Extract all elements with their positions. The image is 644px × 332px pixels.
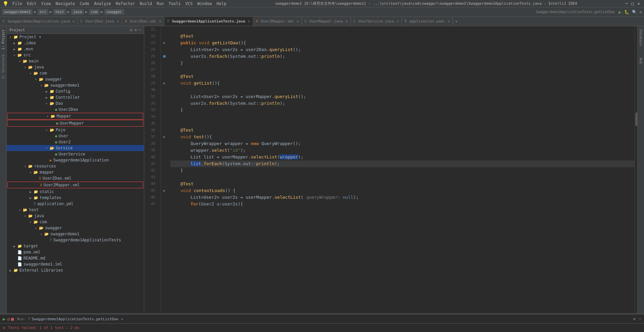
code-editor[interactable]: 21 22 23 24 25 26 27 28 29 30 31 32 33 3…: [144, 26, 637, 313]
tree-resources[interactable]: ▾ 📂 resources: [7, 163, 144, 169]
tree-config[interactable]: ▶ 📁 Config: [7, 88, 144, 94]
tree-user2[interactable]: ● User2: [7, 139, 144, 145]
run-gutter-37[interactable]: ▶: [161, 134, 168, 140]
tab-close-icon[interactable]: ✕: [345, 19, 348, 23]
run-play-button[interactable]: ▶: [3, 316, 5, 322]
debug-button[interactable]: 🐛: [624, 10, 629, 14]
tree-com[interactable]: ▾ 📂 com: [7, 70, 144, 76]
tree-readme[interactable]: 📄 README.md: [7, 255, 144, 261]
tab-close-icon[interactable]: ✕: [297, 19, 299, 23]
code-lines[interactable]: @Test public void getListDao(){ List<Use…: [168, 26, 635, 313]
tree-iml[interactable]: 📄 swaggerdemo1.iml: [7, 261, 144, 267]
tree-user2mapper-xml[interactable]: X User2Mapper.xml: [7, 182, 143, 188]
tree-application-yml[interactable]: Y application.yml: [7, 201, 144, 207]
menu-analyze[interactable]: Analyze: [92, 1, 113, 7]
tab-close-icon[interactable]: ✕: [248, 19, 250, 23]
menu-run[interactable]: Run: [155, 1, 166, 7]
tab-application-yaml[interactable]: Y application.yaml ✕: [402, 17, 453, 26]
sidebar-web-label[interactable]: Web: [638, 56, 643, 66]
run-stop-button[interactable]: ■: [11, 316, 14, 322]
menu-file[interactable]: File: [10, 1, 24, 7]
tree-external-libs[interactable]: ▶ 📁 External Libraries: [7, 267, 144, 273]
tree-pom[interactable]: 📄 pom.xml: [7, 249, 144, 255]
maximize-button[interactable]: □: [630, 1, 635, 6]
code-scrollbar[interactable]: [635, 26, 637, 313]
tab-userservice[interactable]: C UserService.java ✕: [351, 17, 402, 26]
project-name[interactable]: swaggerdemo1: [2, 9, 33, 15]
more-tabs-button[interactable]: ▾: [453, 19, 460, 24]
tree-controller[interactable]: ▶ 📁 Controller: [7, 94, 144, 100]
nav-java[interactable]: java: [71, 9, 84, 15]
run-settings-button[interactable]: ⚙: [633, 317, 636, 321]
tree-minimize-icon[interactable]: ─: [139, 28, 141, 32]
tab-close-icon[interactable]: ✕: [448, 19, 450, 23]
run-gutter-29[interactable]: ▶: [161, 80, 168, 87]
menu-edit[interactable]: Edit: [25, 1, 39, 7]
tree-src[interactable]: ▾ 📂 src: [7, 52, 144, 58]
tree-main[interactable]: ▾ 📂 main: [7, 58, 144, 64]
tree-templates[interactable]: ▶ 📁 templates: [7, 195, 144, 201]
close-button[interactable]: ✕: [636, 1, 641, 6]
nav-src[interactable]: src: [38, 9, 48, 15]
settings-icon[interactable]: ⚙: [640, 10, 642, 14]
menu-vcs[interactable]: VCS: [183, 1, 195, 7]
tab-close-icon[interactable]: ✕: [72, 19, 75, 23]
run-collapse-button[interactable]: ─: [639, 317, 641, 321]
tree-target[interactable]: ▶ 📁 target: [7, 243, 144, 249]
search-everywhere-icon[interactable]: 🔍: [632, 10, 637, 14]
tree-settings-icon[interactable]: ⚙: [130, 28, 132, 32]
menu-view[interactable]: View: [39, 1, 53, 7]
tree-test-class[interactable]: T Swaggerdemo1ApplicationTests: [7, 237, 144, 243]
tree-test-swaggerdemo1[interactable]: ▾ 📂 swaggerdemo1: [7, 231, 144, 237]
tree-userservice[interactable]: ● UserService: [7, 151, 144, 157]
tab-close-icon[interactable]: ✕: [159, 19, 161, 23]
tree-dao[interactable]: ▾ 📂 Dao: [7, 100, 144, 106]
sidebar-database-label[interactable]: Database: [638, 28, 643, 48]
run-button[interactable]: ▶: [619, 9, 621, 15]
tree-mvn[interactable]: ▶ 📁 .mvn: [7, 46, 144, 52]
tree-expand-icon[interactable]: ≡: [135, 28, 137, 32]
menu-tools[interactable]: Tools: [167, 1, 183, 7]
tree-test-swagger[interactable]: ▾ 📂 swagger: [7, 225, 144, 231]
tree-swaggerdemo1[interactable]: ▾ 📂 swaggerdemo1: [7, 82, 144, 88]
menu-navigate[interactable]: Navigate: [54, 1, 77, 7]
tree-test-com[interactable]: ▾ 📂 com: [7, 219, 144, 225]
tree-service[interactable]: ▾ 📂 Service: [7, 145, 144, 151]
tree-idea[interactable]: ▶ 📁 .idea: [7, 40, 144, 46]
tab-usermapper[interactable]: C UserMapper.java ✕: [302, 17, 351, 26]
run-gutter-45[interactable]: ▶: [161, 187, 168, 194]
tab-swaggerdemo1applicationtests[interactable]: T Swaggerdemo1ApplicationTests.java ✕: [164, 17, 253, 26]
tab-swaggerdemo1application[interactable]: C Swaggerdemo1Application.java ✕: [0, 17, 78, 26]
run-rerun-button[interactable]: ↺: [7, 316, 9, 322]
menu-help[interactable]: Help: [215, 1, 228, 7]
tree-user2dao[interactable]: ● User2Dao: [7, 106, 144, 112]
tree-user[interactable]: ● User: [7, 133, 144, 139]
tab-close-icon[interactable]: ✕: [117, 19, 119, 23]
nav-com[interactable]: com: [89, 9, 100, 15]
tree-pojo[interactable]: ▾ 📂 Pojo: [7, 127, 144, 133]
tree-swagger[interactable]: ▾ 📂 swagger: [7, 76, 144, 82]
sidebar-project-label[interactable]: 1: Project: [1, 28, 6, 52]
sidebar-structure-label[interactable]: 2: Structure: [1, 52, 6, 81]
tree-project-root[interactable]: ▾ 📁 Project ▾: [7, 34, 144, 40]
tab-close-icon[interactable]: ✕: [396, 19, 399, 23]
tree-usermapper[interactable]: ● UserMapper: [7, 120, 143, 127]
tree-swaggerdemo1-app[interactable]: ▶ Swaggerdemo1Application: [7, 157, 144, 163]
nav-test[interactable]: test: [53, 9, 66, 15]
tree-test-root[interactable]: ▾ 📂 test: [7, 207, 144, 213]
menu-build[interactable]: Build: [138, 1, 154, 7]
run-close-button[interactable]: ✕: [121, 317, 123, 321]
tab-user2dao-xml[interactable]: X User2Dao.xml ✕: [122, 17, 164, 26]
project-tree[interactable]: Project ⚙ ≡ ─ ▾ 📁 Project ▾ ▶ 📁 .idea ▶ …: [7, 26, 144, 313]
menu-refactor[interactable]: Refactor: [114, 1, 137, 7]
tree-java[interactable]: ▾ 📂 java: [7, 64, 144, 70]
minimize-button[interactable]: ─: [624, 1, 630, 6]
tree-static[interactable]: ▶ 📁 static: [7, 189, 144, 195]
tab-user2dao[interactable]: C User2Dao.java ✕: [78, 17, 122, 26]
tree-test-java[interactable]: ▾ 📂 java: [7, 213, 144, 219]
scrollbar-thumb[interactable]: [635, 112, 637, 126]
tab-user2mapper-xml[interactable]: X User2Mapper.xml ✕: [253, 17, 302, 26]
tree-mapper-folder[interactable]: ▾ 📂 Mapper: [7, 113, 143, 120]
menu-window[interactable]: Window: [195, 1, 214, 7]
tree-mapper-res[interactable]: ▾ 📂 mapper: [7, 169, 144, 175]
